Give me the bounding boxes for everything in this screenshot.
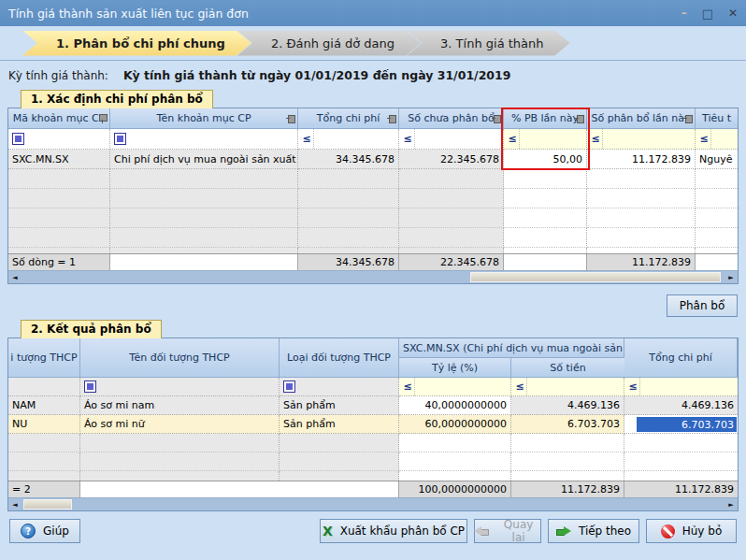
pin-icon[interactable] — [286, 114, 295, 123]
col-header-total[interactable]: Tổng chi phí — [298, 108, 399, 129]
grid1-horizontal-scrollbar[interactable]: ◄ ► — [8, 270, 738, 283]
empty-cell — [298, 189, 399, 208]
cell-criterion[interactable]: Nguyê — [696, 150, 738, 169]
minimize-icon[interactable]: – — [681, 7, 687, 19]
period-label: Kỳ tính giá thành: — [8, 69, 108, 82]
export-allocation-button[interactable]: X Xuất khẩu phân bổ CP — [320, 519, 467, 543]
filter-cell[interactable]: ≤ — [504, 129, 587, 150]
filter-operator-icon[interactable]: ≤ — [302, 134, 310, 144]
filter-cell[interactable] — [80, 378, 280, 396]
cell-code[interactable]: SXC.MN.SX — [8, 150, 110, 169]
cell-total[interactable]: 34.345.678 — [298, 150, 399, 169]
cell-object-name[interactable]: Áo sơ mi nam — [80, 396, 280, 415]
empty-cell — [110, 228, 298, 248]
col-header-grand-total[interactable]: Tổng chi phí — [624, 338, 738, 378]
cell-total-selected[interactable]: 6.703.703 — [624, 415, 738, 434]
col-header-criterion[interactable]: Tiêu t — [696, 108, 738, 129]
cell-object-code[interactable]: NAM — [8, 396, 80, 415]
filter-cell[interactable]: ≤ — [624, 378, 738, 396]
excel-icon: X — [323, 524, 333, 538]
cancel-button[interactable]: Hủy bỏ — [646, 519, 737, 543]
maximize-icon[interactable]: □ — [702, 7, 713, 20]
step-1-tab[interactable]: 1. Phân bổ chi phí chung — [22, 31, 251, 56]
grid1-empty-row — [8, 208, 738, 228]
cell-ratio[interactable]: 60,0000000000 — [399, 415, 511, 434]
filter-cell[interactable] — [280, 378, 399, 396]
filter-checkbox-icon[interactable] — [12, 133, 24, 145]
filter-operator-icon[interactable]: ≤ — [699, 134, 708, 144]
filter-operator-icon[interactable]: ≤ — [403, 134, 411, 144]
pin-icon[interactable] — [387, 114, 396, 123]
filter-cell[interactable]: ≤ — [399, 129, 504, 150]
summary-total: 11.172.839 — [624, 481, 738, 497]
scrollbar-thumb[interactable] — [470, 272, 721, 282]
cell-allocated[interactable]: 11.172.839 — [587, 150, 696, 169]
cell-object-type[interactable]: Sản phẩm — [280, 415, 399, 434]
cell-name[interactable]: Chi phí dịch vụ mua ngoài sản xuất — [110, 150, 298, 169]
col-header-cost-item-group[interactable]: SXC.MN.SX (Chi phí dịch vụ mua ngoài sản… — [399, 338, 624, 358]
step-3-tab[interactable]: 3. Tính giá thành — [407, 31, 569, 56]
grid2-horizontal-scrollbar[interactable]: ◄ ► — [8, 497, 738, 510]
step-2-tab[interactable]: 2. Đánh giá dở dang — [237, 31, 421, 56]
empty-cell — [399, 189, 504, 208]
col-header-name[interactable]: Tên khoản mục CP — [110, 108, 298, 129]
filter-cell[interactable]: ≤ — [399, 378, 511, 396]
step-1-label: 1. Phân bổ chi phí chung — [56, 36, 225, 50]
filter-operator-icon[interactable]: ≤ — [628, 381, 637, 392]
pin-icon[interactable] — [683, 114, 693, 123]
cell-ratio[interactable]: 40,0000000000 — [399, 396, 511, 415]
cell-percent[interactable]: 50,00 — [504, 150, 587, 169]
cell-amount[interactable]: 4.469.136 — [511, 396, 624, 415]
empty-cell — [8, 169, 110, 189]
next-button[interactable]: Tiếp theo — [548, 519, 639, 543]
filter-cell[interactable]: ≤ — [587, 129, 696, 150]
filter-operator-icon[interactable]: ≤ — [508, 134, 516, 144]
filter-cell[interactable] — [8, 378, 80, 396]
summary-allocated: 11.172.839 — [587, 254, 696, 270]
empty-cell — [80, 452, 280, 471]
cell-unallocated[interactable]: 22.345.678 — [399, 150, 504, 169]
col-header-percent[interactable]: % PB lần này — [504, 108, 587, 129]
col-header-object-type[interactable]: Loại đối tượng THCP — [280, 338, 399, 378]
filter-cell[interactable]: ≤ — [696, 129, 738, 150]
filter-cell[interactable] — [110, 129, 298, 150]
col-header-amount[interactable]: Số tiền — [511, 358, 624, 378]
help-button[interactable]: ? Giúp — [9, 519, 80, 543]
empty-cell — [280, 434, 399, 452]
col-header-unallocated[interactable]: Số chưa phân bổ — [399, 108, 504, 129]
filter-checkbox-icon[interactable] — [114, 133, 126, 145]
filter-cell[interactable]: ≤ — [298, 129, 399, 150]
back-button[interactable]: Quay lại — [474, 519, 541, 543]
pin-icon[interactable] — [575, 114, 584, 123]
cell-amount[interactable]: 6.703.703 — [511, 415, 624, 434]
col-header-object-code[interactable]: i tượng THCP — [8, 338, 80, 378]
cell-object-type[interactable]: Sản phẩm — [280, 396, 399, 415]
cell-object-code[interactable]: NU — [8, 415, 80, 434]
close-icon[interactable]: ✕ — [728, 7, 738, 19]
col-header-object-name[interactable]: Tên đối tượng THCP — [80, 338, 280, 378]
scroll-right-icon[interactable]: ► — [724, 271, 738, 283]
cell-object-name[interactable]: Áo sơ mi nữ — [80, 415, 280, 434]
pin-icon[interactable] — [492, 114, 501, 123]
back-button-label: Quay lại — [496, 518, 540, 544]
filter-operator-icon[interactable]: ≤ — [515, 381, 524, 392]
filter-cell[interactable]: ≤ — [511, 378, 624, 396]
selected-cell-value[interactable]: 6.703.703 — [637, 417, 737, 432]
scroll-right-icon[interactable]: ► — [724, 498, 738, 510]
cancel-button-label: Hủy bỏ — [682, 524, 723, 538]
pin-icon[interactable] — [98, 114, 108, 123]
allocate-button[interactable]: Phân bổ — [667, 294, 738, 317]
filter-cell[interactable] — [8, 129, 110, 150]
filter-checkbox-icon[interactable] — [283, 381, 295, 393]
filter-operator-icon[interactable]: ≤ — [403, 381, 411, 392]
col-header-code[interactable]: Mã khoản mục CP — [8, 108, 110, 129]
scroll-left-icon[interactable]: ◄ — [8, 271, 22, 283]
cell-total[interactable]: 4.469.136 — [624, 396, 738, 415]
col-header-ratio[interactable]: Tỷ lệ (%) — [399, 358, 511, 378]
help-button-label: Giúp — [43, 524, 69, 538]
filter-checkbox-icon[interactable] — [84, 381, 96, 393]
scroll-left-icon[interactable]: ◄ — [8, 498, 22, 510]
filter-operator-icon[interactable]: ≤ — [591, 134, 599, 144]
scrollbar-thumb[interactable] — [23, 499, 72, 510]
col-header-allocated[interactable]: Số phân bổ lần này — [587, 108, 696, 129]
